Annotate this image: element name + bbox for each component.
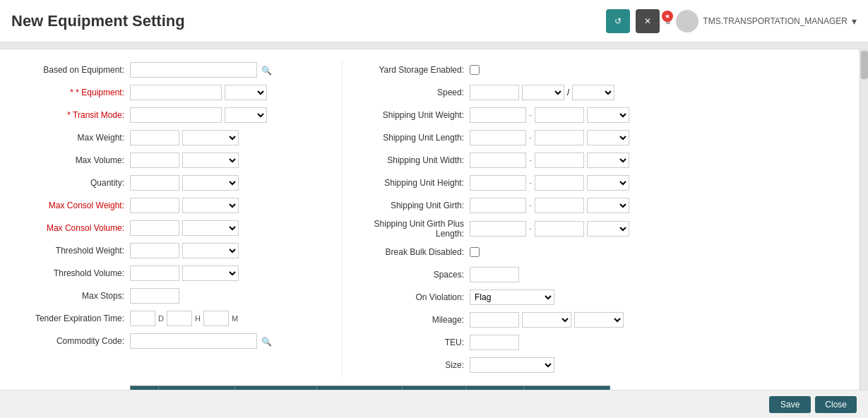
notification-badge: ★ [662, 11, 673, 22]
shipping-unit-height-unit-select[interactable] [587, 175, 629, 191]
size-select[interactable] [470, 357, 554, 373]
max-weight-controls [130, 130, 328, 145]
save-button[interactable]: Save [769, 396, 811, 413]
speed-unit2-select[interactable] [572, 85, 614, 100]
scrollbar[interactable] [860, 49, 868, 390]
tender-days-input[interactable] [130, 311, 155, 326]
shipping-unit-weight-unit-select[interactable] [587, 107, 629, 123]
equipment-controls [130, 85, 328, 100]
max-consol-weight-unit-select[interactable] [182, 198, 239, 213]
teu-controls [470, 335, 851, 350]
max-volume-label: Max Volume: [17, 155, 130, 165]
tender-hours-input[interactable] [167, 311, 192, 326]
threshold-weight-unit-select[interactable] [182, 243, 239, 258]
max-weight-label: Max Weight: [17, 133, 130, 143]
transit-mode-select[interactable] [225, 107, 267, 123]
spaces-controls [470, 267, 851, 282]
avatar [676, 10, 698, 32]
menu-button[interactable]: ≡ ★ [665, 13, 670, 28]
mileage-unit1-select[interactable] [522, 312, 571, 328]
on-violation-controls: Flag [470, 289, 851, 305]
based-on-equipment-input[interactable] [130, 62, 257, 78]
tender-time-row: D H M [130, 311, 238, 326]
max-consol-weight-input[interactable] [130, 198, 179, 213]
shipping-unit-weight-input2[interactable] [535, 107, 584, 123]
speed-label: Speed: [357, 88, 470, 97]
close-button[interactable]: Close [815, 396, 857, 413]
max-stops-input[interactable] [130, 288, 179, 304]
table-header: ✎*EquipmentMax WeightMax VolumeQuantityS… [131, 386, 610, 390]
transit-mode-input[interactable] [130, 107, 222, 123]
max-consol-volume-input[interactable] [130, 220, 179, 236]
refresh-button[interactable]: ↺ [606, 9, 630, 33]
shipping-unit-height-label: Shipping Unit Height: [357, 178, 470, 188]
shipping-unit-length-input[interactable] [470, 130, 526, 145]
threshold-volume-input[interactable] [130, 265, 179, 281]
shipping-unit-width-unit-select[interactable] [587, 153, 629, 168]
user-dropdown-button[interactable]: ▾ [852, 16, 857, 27]
commodity-code-search-button[interactable]: 🔍 [260, 335, 273, 347]
user-name: TMS.TRANSPORTATION_MANAGER [703, 16, 848, 26]
commodity-code-input[interactable] [130, 333, 257, 349]
max-volume-input[interactable] [130, 153, 179, 168]
shipping-unit-length-input2[interactable] [535, 130, 584, 145]
shipping-unit-weight-row: Shipping Unit Weight: - [357, 106, 851, 124]
transit-mode-row: * Transit Mode: [17, 106, 328, 124]
shipping-unit-width-input2[interactable] [535, 153, 584, 168]
equipment-row: * * Equipment: [17, 83, 328, 102]
shipping-unit-weight-input[interactable] [470, 107, 526, 123]
max-volume-unit-select[interactable] [182, 153, 239, 168]
shipping-unit-girth-plus-input2[interactable] [535, 221, 584, 237]
tender-expiration-controls: D H M [130, 311, 328, 326]
shipping-unit-length-unit-select[interactable] [587, 130, 629, 145]
yard-storage-checkbox[interactable] [470, 65, 480, 75]
based-on-equipment-label: Based on Equipment: [17, 65, 130, 75]
mileage-unit2-select[interactable] [574, 312, 624, 328]
max-stops-label: Max Stops: [17, 291, 130, 301]
shipping-unit-width-label: Shipping Unit Width: [357, 155, 470, 165]
max-consol-weight-label: Max Consol Weight: [17, 201, 130, 210]
based-on-equipment-search-button[interactable]: 🔍 [260, 64, 273, 76]
shipping-unit-girth-unit-select[interactable] [587, 198, 629, 213]
equipment-select[interactable] [225, 85, 267, 100]
max-consol-weight-row: Max Consol Weight: [17, 196, 328, 215]
speed-unit1-select[interactable] [522, 85, 564, 100]
max-weight-unit-select[interactable] [182, 130, 239, 145]
speed-value-input[interactable] [470, 85, 519, 100]
shipping-unit-girth-input[interactable] [470, 198, 526, 213]
shipping-unit-girth-input2[interactable] [535, 198, 584, 213]
spaces-input[interactable] [470, 267, 519, 282]
break-bulk-checkbox[interactable] [470, 247, 480, 257]
sub-header-band [0, 42, 868, 49]
shipping-unit-girth-plus-unit-select[interactable] [587, 221, 629, 237]
on-violation-select[interactable]: Flag [470, 289, 554, 305]
shipping-unit-height-input[interactable] [470, 175, 526, 191]
quantity-unit-select[interactable] [182, 175, 239, 191]
threshold-volume-unit-select[interactable] [182, 265, 239, 281]
teu-input[interactable] [470, 335, 519, 350]
commodity-code-label: Commodity Code: [17, 336, 130, 346]
close-x-button[interactable]: ✕ [636, 9, 660, 33]
shipping-unit-girth-plus-input[interactable] [470, 221, 526, 237]
compatible-equipment-label: Compatible Equipment: [17, 386, 130, 390]
max-weight-input[interactable] [130, 130, 179, 145]
mileage-input[interactable] [470, 312, 519, 328]
shipping-unit-width-controls: - [470, 153, 851, 168]
shipping-unit-length-row: Shipping Unit Length: - [357, 129, 851, 147]
equipment-input[interactable] [130, 85, 222, 100]
scroll-thumb[interactable] [861, 51, 868, 79]
size-label: Size: [357, 360, 470, 370]
on-violation-row: On Violation: Flag [357, 288, 851, 306]
shipping-unit-height-input2[interactable] [535, 175, 584, 191]
tender-minutes-input[interactable] [203, 311, 229, 326]
compatible-equipment-table-wrap: ✎*EquipmentMax WeightMax VolumeQuantityS… [130, 386, 851, 390]
based-on-equipment-controls: 🔍 [130, 62, 328, 78]
threshold-weight-input[interactable] [130, 243, 179, 258]
threshold-volume-controls [130, 265, 328, 281]
shipping-unit-width-input[interactable] [470, 153, 526, 168]
threshold-weight-row: Threshold Weight: [17, 241, 328, 260]
max-consol-volume-unit-select[interactable] [182, 220, 239, 236]
quantity-input[interactable] [130, 175, 179, 191]
shipping-unit-length-label: Shipping Unit Length: [357, 133, 470, 143]
speed-row: Speed: / [357, 83, 851, 102]
